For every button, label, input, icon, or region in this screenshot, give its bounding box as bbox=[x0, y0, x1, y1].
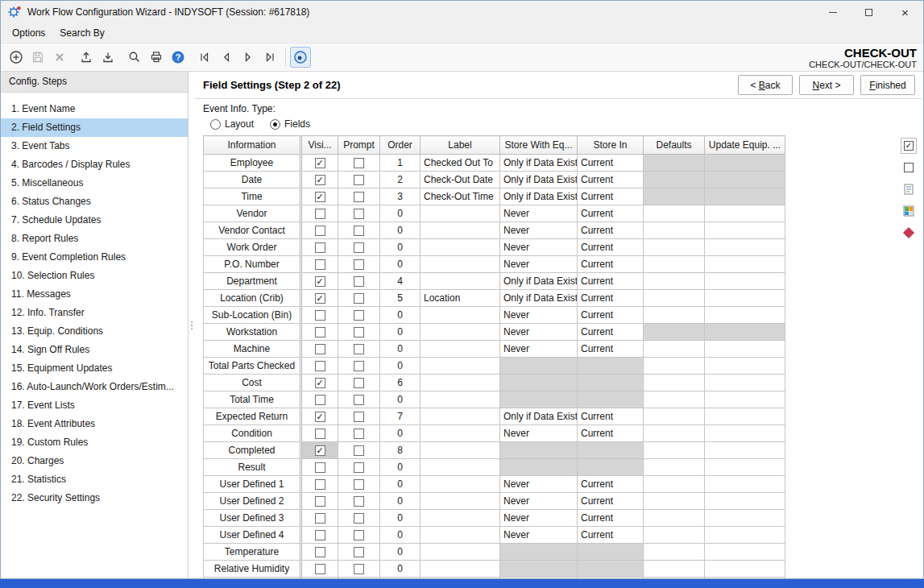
sidebar-step-item[interactable]: 11. Messages bbox=[1, 285, 188, 304]
cell-visible[interactable] bbox=[301, 239, 338, 256]
cell-update-equip[interactable] bbox=[705, 425, 785, 442]
cell-prompt[interactable] bbox=[338, 527, 380, 544]
prompt-checkbox[interactable] bbox=[354, 276, 364, 287]
cell-order[interactable]: 0 bbox=[380, 307, 421, 324]
cell-store-in[interactable] bbox=[578, 375, 644, 391]
print-button[interactable] bbox=[146, 47, 167, 68]
menu-options[interactable]: Options bbox=[5, 23, 52, 43]
minimize-button[interactable] bbox=[814, 1, 851, 23]
cell-label[interactable] bbox=[421, 375, 500, 391]
cell-prompt[interactable] bbox=[338, 222, 380, 239]
column-header[interactable]: Label bbox=[421, 136, 500, 155]
cell-store-with[interactable] bbox=[500, 561, 578, 578]
visible-checkbox[interactable] bbox=[315, 479, 325, 490]
previous-record-button[interactable] bbox=[216, 47, 237, 68]
cell-store-with[interactable]: Only if Data Exists bbox=[500, 155, 578, 172]
cell-update-equip[interactable] bbox=[705, 239, 785, 256]
prompt-checkbox[interactable] bbox=[354, 344, 364, 354]
sidebar-step-item[interactable]: 13. Equip. Conditions bbox=[1, 322, 188, 341]
cell-prompt[interactable] bbox=[338, 459, 380, 476]
cell-information[interactable]: P.O. Number bbox=[204, 256, 301, 273]
cell-prompt[interactable] bbox=[338, 425, 380, 442]
cell-order[interactable]: 3 bbox=[380, 188, 421, 205]
cell-visible[interactable] bbox=[301, 341, 338, 358]
cell-update-equip[interactable] bbox=[705, 375, 785, 391]
cell-defaults[interactable] bbox=[644, 578, 705, 579]
cell-label[interactable] bbox=[421, 459, 500, 476]
sidebar-step-item[interactable]: 20. Charges bbox=[1, 452, 188, 470]
cell-store-in[interactable]: Current bbox=[578, 425, 644, 442]
prompt-checkbox[interactable] bbox=[354, 496, 364, 507]
prompt-checkbox[interactable] bbox=[354, 209, 364, 219]
cell-store-with[interactable]: Never bbox=[500, 476, 578, 493]
cell-label[interactable]: Location bbox=[421, 290, 500, 307]
visible-checkbox[interactable] bbox=[315, 192, 325, 202]
cell-store-with[interactable] bbox=[500, 459, 578, 476]
cell-order[interactable]: 0 bbox=[380, 476, 421, 493]
column-header[interactable]: Prompt bbox=[338, 136, 380, 155]
cell-label[interactable] bbox=[421, 222, 500, 239]
cell-store-in[interactable]: Current bbox=[578, 476, 644, 493]
cell-information[interactable]: Result bbox=[204, 459, 301, 476]
cell-order[interactable] bbox=[380, 578, 421, 579]
prompt-checkbox[interactable] bbox=[354, 445, 364, 456]
cell-visible[interactable] bbox=[301, 273, 338, 290]
cell-order[interactable]: 0 bbox=[380, 391, 421, 408]
cell-label[interactable] bbox=[421, 510, 500, 527]
cell-update-equip[interactable] bbox=[705, 544, 785, 561]
cell-defaults[interactable] bbox=[644, 307, 705, 324]
cell-order[interactable]: 7 bbox=[380, 408, 421, 425]
cell-store-in[interactable]: Current bbox=[578, 273, 644, 290]
cell-order[interactable]: 0 bbox=[380, 510, 421, 527]
prompt-checkbox[interactable] bbox=[354, 158, 364, 168]
column-header[interactable]: Order bbox=[380, 136, 421, 155]
last-record-button[interactable] bbox=[259, 47, 280, 68]
export-button[interactable] bbox=[76, 47, 97, 68]
cell-visible[interactable] bbox=[301, 256, 338, 273]
cell-defaults[interactable] bbox=[644, 544, 705, 561]
cell-order[interactable]: 0 bbox=[380, 239, 421, 256]
cell-defaults[interactable] bbox=[644, 425, 705, 442]
cell-store-in[interactable] bbox=[578, 578, 644, 579]
finished-button[interactable]: Finished bbox=[860, 75, 915, 95]
cell-label[interactable] bbox=[421, 578, 500, 579]
prompt-checkbox[interactable] bbox=[354, 462, 364, 473]
cell-store-with[interactable]: Never bbox=[500, 527, 578, 544]
visible-checkbox[interactable] bbox=[315, 361, 325, 371]
cell-update-equip[interactable] bbox=[705, 341, 785, 358]
visible-checkbox[interactable] bbox=[315, 242, 325, 253]
sidebar-splitter[interactable]: ⋮ bbox=[189, 72, 195, 578]
cell-information[interactable]: User Defined 2 bbox=[204, 493, 301, 510]
cell-prompt[interactable] bbox=[338, 256, 380, 273]
cell-store-in[interactable] bbox=[578, 391, 644, 408]
cell-store-in[interactable]: Current bbox=[578, 493, 644, 510]
workflow-navigator-button[interactable] bbox=[290, 47, 311, 68]
cell-prompt[interactable] bbox=[338, 375, 380, 391]
cell-store-with[interactable] bbox=[500, 544, 578, 561]
cell-update-equip[interactable] bbox=[705, 324, 785, 341]
cell-update-equip[interactable] bbox=[705, 307, 785, 324]
cell-label[interactable] bbox=[421, 493, 500, 510]
prompt-checkbox[interactable] bbox=[354, 479, 364, 490]
cell-store-in[interactable]: Current bbox=[578, 188, 644, 205]
prompt-checkbox[interactable] bbox=[354, 412, 364, 422]
cell-store-in[interactable]: Current bbox=[578, 172, 644, 188]
cell-update-equip[interactable] bbox=[705, 408, 785, 425]
cell-information[interactable] bbox=[204, 578, 301, 579]
cell-defaults[interactable] bbox=[644, 493, 705, 510]
sidebar-step-item[interactable]: 17. Event Lists bbox=[1, 396, 188, 415]
cell-visible[interactable] bbox=[301, 476, 338, 493]
cell-order[interactable]: 0 bbox=[380, 459, 421, 476]
cell-update-equip[interactable] bbox=[705, 527, 785, 544]
visible-checkbox[interactable] bbox=[315, 276, 325, 287]
cell-store-with[interactable]: Only if Data Exists bbox=[500, 273, 578, 290]
cell-label[interactable] bbox=[421, 307, 500, 324]
cell-visible[interactable] bbox=[301, 527, 338, 544]
cell-update-equip[interactable] bbox=[705, 442, 785, 459]
cell-defaults[interactable] bbox=[644, 476, 705, 493]
visible-checkbox[interactable] bbox=[315, 429, 325, 439]
cell-defaults[interactable] bbox=[644, 358, 705, 375]
sidebar-step-item[interactable]: 15. Equipment Updates bbox=[1, 359, 188, 378]
cell-update-equip[interactable] bbox=[705, 188, 785, 205]
cell-order[interactable]: 0 bbox=[380, 256, 421, 273]
